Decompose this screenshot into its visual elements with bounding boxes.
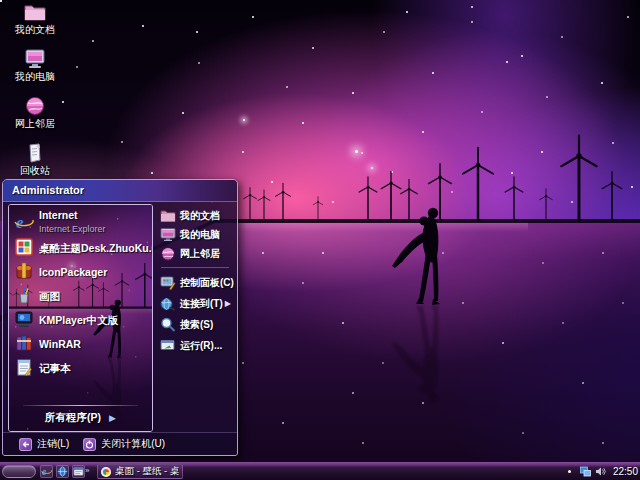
globe-icon [159, 247, 177, 261]
menu-item-notepad[interactable]: 记事本 [13, 355, 148, 379]
couple-reflection [392, 305, 440, 402]
iconpackager-icon [13, 262, 35, 280]
menu-item-run[interactable]: 运行(R)... [159, 335, 235, 356]
menu-item-network-places[interactable]: 网上邻居 [159, 244, 235, 263]
menu-item-zhuoku-theme[interactable]: 桌酷主题Desk.ZhuoKu.Com [13, 235, 148, 259]
run-icon [159, 339, 177, 352]
program-label: WinRAR [39, 338, 81, 350]
menu-item-kmplayer[interactable]: KMPlayer中文版 [13, 307, 148, 331]
desktop-icon-network-places[interactable]: 网上邻居 [6, 96, 64, 142]
internet-explorer-icon: e [41, 466, 52, 477]
program-label: 画图 [39, 290, 60, 302]
documents-folder-icon [24, 2, 46, 22]
kmplayer-icon [13, 310, 35, 328]
my-computer-icon [24, 49, 46, 69]
all-programs-arrow-icon: ▶ [109, 413, 116, 423]
notepad-icon [13, 358, 35, 376]
start-button[interactable] [2, 465, 36, 478]
desktop-icon-label: 我的电脑 [6, 70, 64, 84]
winrar-icon [13, 334, 35, 352]
menu-item-search[interactable]: 搜索(S) [159, 314, 235, 335]
quick-launch-mail[interactable] [72, 465, 85, 478]
paint-icon [13, 286, 35, 304]
quick-launch-overflow-chevron[interactable]: » [85, 466, 89, 475]
start-menu-places-panel: 我的文档 我的电脑 [153, 203, 237, 432]
menu-item-paint[interactable]: 画图 [13, 283, 148, 307]
menu-item-internet[interactable]: e Internet Internet Explorer [13, 208, 148, 235]
desktop: 我的文档 我的电脑 网上邻居 [0, 0, 640, 480]
power-icon [83, 438, 96, 451]
place-label: 网上邻居 [180, 247, 220, 261]
logged-in-user: Administrator [12, 184, 84, 196]
start-menu: Administrator [2, 179, 238, 456]
network-monitor-tray-icon[interactable] [580, 466, 591, 477]
window-title: 桌面 - 壁纸 - 桌酷... [115, 465, 179, 478]
recycle-bin-icon [26, 143, 44, 163]
all-programs-label: 所有程序(P) [45, 411, 101, 425]
start-menu-user-banner: Administrator [3, 180, 237, 202]
computer-icon [159, 228, 177, 241]
place-label: 搜索(S) [180, 318, 213, 332]
internet-explorer-icon: e [13, 212, 35, 232]
place-label: 控制面板(C) [180, 276, 234, 290]
start-menu-body: e Internet Internet Explorer [3, 203, 237, 432]
log-off-button[interactable]: 注销(L) [19, 437, 69, 451]
desktop-icon-my-documents[interactable]: 我的文档 [6, 2, 64, 48]
browser-colorwheel-icon [101, 467, 111, 477]
desktop-icon-my-computer[interactable]: 我的电脑 [6, 49, 64, 95]
place-label: 我的电脑 [180, 228, 220, 242]
submenu-arrow-icon: ▶ [225, 299, 231, 308]
program-label: 记事本 [39, 362, 71, 374]
connect-to-icon [159, 297, 177, 311]
shut-down-button[interactable]: 关闭计算机(U) [83, 437, 165, 451]
place-label: 连接到(T) [180, 297, 223, 311]
menu-separator [23, 405, 138, 406]
start-menu-programs-panel: e Internet Internet Explorer [8, 204, 153, 432]
program-label: KMPlayer中文版 [39, 314, 118, 326]
program-label: IconPackager [39, 266, 107, 278]
desktop-icon-label: 网上邻居 [6, 117, 64, 131]
menu-item-connect-to[interactable]: 连接到(T) ▶ [159, 293, 235, 314]
control-panel-icon [159, 276, 177, 290]
shut-down-label: 关闭计算机(U) [101, 437, 165, 451]
browser-globe-icon [57, 466, 68, 477]
quick-launch-bar: e [40, 465, 85, 478]
desktop-icon-column: 我的文档 我的电脑 网上邻居 [6, 2, 64, 190]
place-label: 运行(R)... [180, 339, 222, 353]
taskbar: e » 桌面 - 壁纸 - 桌酷 [0, 462, 640, 480]
place-label: 我的文档 [180, 209, 220, 223]
program-label: Internet [39, 209, 78, 221]
log-off-label: 注销(L) [37, 437, 69, 451]
menu-item-my-computer[interactable]: 我的电脑 [159, 225, 235, 244]
system-tray: 22:50 [568, 464, 638, 478]
program-label: 桌酷主题Desk.ZhuoKu.Com [39, 242, 153, 254]
volume-tray-icon[interactable] [595, 466, 606, 477]
search-icon [159, 317, 177, 332]
network-places-icon [25, 96, 45, 116]
menu-item-control-panel[interactable]: 控制面板(C) [159, 272, 235, 293]
menu-item-my-documents[interactable]: 我的文档 [159, 206, 235, 225]
menu-item-iconpackager[interactable]: IconPackager [13, 259, 148, 283]
zhuoku-theme-icon [13, 238, 35, 256]
quick-launch-browser[interactable] [56, 465, 69, 478]
desktop-icon-label: 回收站 [6, 164, 64, 178]
svg-text:e: e [42, 467, 46, 477]
log-off-icon [19, 438, 32, 451]
folder-icon [159, 209, 177, 222]
menu-item-winrar[interactable]: WinRAR [13, 331, 148, 355]
taskbar-clock[interactable]: 22:50 [613, 466, 638, 477]
quick-launch-internet-explorer[interactable]: e [40, 465, 53, 478]
svg-text:e: e [16, 213, 24, 232]
tray-status-dot [568, 470, 571, 473]
menu-separator [161, 267, 229, 268]
all-programs-button[interactable]: 所有程序(P) ▶ [13, 409, 148, 427]
desktop-icon-label: 我的文档 [6, 23, 64, 37]
start-menu-footer: 注销(L) 关闭计算机(U) [3, 432, 237, 455]
mail-window-icon [73, 466, 84, 477]
taskbar-window-button[interactable]: 桌面 - 壁纸 - 桌酷... [97, 464, 183, 479]
program-sublabel: Internet Explorer [39, 224, 106, 234]
